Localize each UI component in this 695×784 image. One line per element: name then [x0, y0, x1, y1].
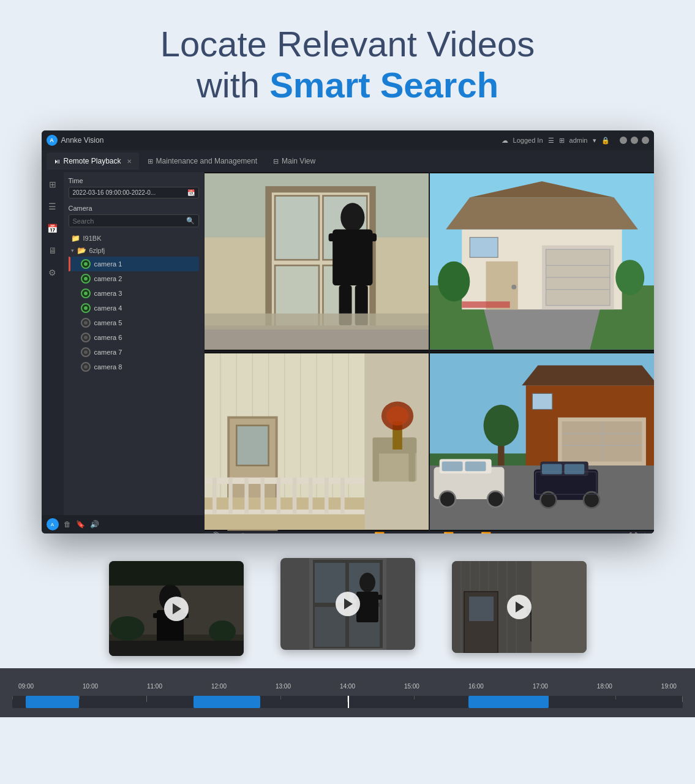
thumb-card-1[interactable]: [109, 561, 244, 656]
svg-rect-90: [542, 464, 562, 474]
svg-rect-97: [465, 461, 486, 471]
layout1-button[interactable]: ⊞: [607, 532, 614, 534]
bottom-timeline[interactable]: 09:00 10:00 11:00 12:00 13:00 14:00 15:0…: [0, 668, 695, 717]
svg-rect-108: [109, 641, 244, 656]
camera-name-2: camera 2: [94, 275, 122, 282]
tab-close-icon[interactable]: ✕: [127, 158, 132, 165]
thumbnails-section: [0, 540, 695, 668]
dropdown-icon: ▾: [593, 137, 596, 145]
svg-point-30: [438, 262, 470, 301]
close-button[interactable]: [642, 137, 649, 144]
tab-main-view[interactable]: ⊟ Main View: [266, 153, 323, 170]
folder-i91bk[interactable]: 📁 I91BK: [69, 232, 199, 244]
camera-item-7[interactable]: camera 7: [69, 345, 199, 360]
clip-button[interactable]: ✂: [226, 532, 233, 534]
svg-rect-82: [532, 393, 552, 409]
thumb-card-2[interactable]: [280, 558, 415, 650]
tab-bar: ⏯ Remote Playback ✕ ⊞ Maintenance and Ma…: [42, 150, 654, 172]
tl-label-10: 10:00: [83, 683, 98, 690]
fullscreen-button[interactable]: ⛶: [629, 532, 637, 534]
video-cell-2[interactable]: [430, 172, 654, 351]
tl-label-14: 14:00: [340, 683, 355, 690]
svg-rect-11: [360, 233, 376, 241]
camera-item-1[interactable]: camera 1: [69, 257, 199, 271]
video-cell-4[interactable]: [430, 352, 654, 531]
title-bar-left: A Annke Vision: [47, 135, 104, 146]
camera-item-6[interactable]: camera 6: [69, 330, 199, 345]
layout2-button[interactable]: ⊟: [618, 532, 625, 534]
thumb-card-3[interactable]: [452, 561, 587, 653]
svg-point-95: [487, 491, 503, 507]
camera-item-5[interactable]: camera 5: [69, 315, 199, 330]
play-button[interactable]: ▶: [433, 532, 440, 534]
play-triangle-3: [516, 601, 524, 612]
skip-forward-button[interactable]: ⏭: [457, 532, 466, 534]
camera-name-6: camera 6: [94, 334, 122, 341]
play-button-thumb-1[interactable]: [164, 597, 189, 621]
play-button-thumb-2[interactable]: [336, 592, 360, 616]
camera-item-3[interactable]: camera 3: [69, 286, 199, 301]
sidebar-icon-menu[interactable]: ☰: [45, 199, 60, 214]
minimize-button[interactable]: [620, 137, 627, 144]
camera-name-7: camera 7: [94, 349, 122, 356]
sidebar-icon-monitor[interactable]: 🖥: [45, 243, 60, 258]
svg-point-84: [483, 405, 519, 447]
header-section: Locate Relevant Videos with Smart Search: [0, 0, 695, 118]
tab-main-view-label: Main View: [282, 157, 315, 165]
folder-expand-icon: ▾: [71, 247, 74, 254]
svg-point-8: [340, 203, 364, 232]
svg-point-94: [439, 491, 455, 507]
volume-button[interactable]: 🔊: [209, 532, 220, 534]
main-view-tab-icon: ⊟: [273, 157, 279, 165]
tab-maintenance[interactable]: ⊞ Maintenance and Management: [140, 153, 265, 170]
folder-icon: 📁: [71, 234, 80, 243]
calendar-icon[interactable]: 📆: [187, 189, 195, 196]
volume-icon[interactable]: 🔊: [90, 520, 99, 529]
play-button-thumb-3[interactable]: [507, 595, 532, 619]
tab-remote-playback[interactable]: ⏯ Remote Playback ✕: [47, 153, 139, 170]
svg-rect-52: [244, 478, 249, 514]
sidebar-icon-calendar[interactable]: 📅: [45, 221, 60, 236]
menu-icon: ☰: [548, 137, 554, 145]
fast-forward-button[interactable]: ⏩: [443, 532, 454, 534]
bookmark-icon[interactable]: 🔖: [76, 520, 85, 529]
camera-item-2[interactable]: camera 2: [69, 271, 199, 286]
pause-button[interactable]: ⏸: [421, 532, 429, 534]
camera-search-box[interactable]: 🔍: [69, 214, 199, 227]
svg-rect-139: [532, 561, 587, 653]
svg-rect-51: [228, 478, 233, 514]
controls-bar: 🔊 ✂ ⬇ ⏮ ⏪ 09:01:46 ⏸ ▶ ⏩ ⏭ 1x ⏩: [205, 531, 654, 534]
svg-rect-15: [205, 314, 429, 330]
camera-search-input[interactable]: [73, 217, 186, 225]
svg-rect-120: [374, 595, 382, 600]
trash-icon[interactable]: 🗑: [64, 520, 71, 529]
skip-back-button[interactable]: ⏮: [362, 532, 370, 534]
svg-point-28: [511, 285, 516, 290]
sidebar-icon-settings[interactable]: ⚙: [45, 265, 60, 280]
video-cell-3[interactable]: [205, 352, 429, 531]
camera-status-dot-8: [81, 362, 91, 372]
download-button[interactable]: ⬇: [239, 532, 247, 534]
time-input[interactable]: 2022-03-16 09:00:00-2022-0... 📆: [69, 187, 199, 198]
sidebar-icon-grid[interactable]: ⊞: [45, 177, 60, 192]
camera-item-4[interactable]: camera 4: [69, 301, 199, 315]
video-cell-1[interactable]: [205, 172, 429, 351]
rewind-button[interactable]: ⏪: [374, 532, 385, 534]
folder-open-icon: 📂: [77, 246, 86, 255]
speed-up-button[interactable]: ⏩: [481, 532, 491, 534]
camera-status-dot-7: [81, 347, 91, 357]
svg-point-107: [209, 620, 236, 643]
app-window-wrapper: A Annke Vision ☁ Logged In ☰ ⊞ admin ▾ 🔒: [0, 118, 695, 540]
settings-button[interactable]: ⚙: [641, 532, 649, 534]
tl-label-12: 12:00: [211, 683, 227, 690]
camera-item-8[interactable]: camera 8: [69, 360, 199, 374]
video-feed-2: [430, 172, 654, 351]
camera-label: Camera: [69, 205, 199, 212]
svg-rect-58: [340, 478, 345, 514]
timeline-blocks: [0, 693, 695, 711]
folder-6zlpfj[interactable]: ▾ 📂 6zlpfj: [69, 244, 199, 257]
maximize-button[interactable]: [631, 137, 638, 144]
video-feed-4: [430, 352, 654, 531]
speed-indicator: 1x: [470, 533, 477, 534]
user-name: admin: [569, 137, 588, 144]
